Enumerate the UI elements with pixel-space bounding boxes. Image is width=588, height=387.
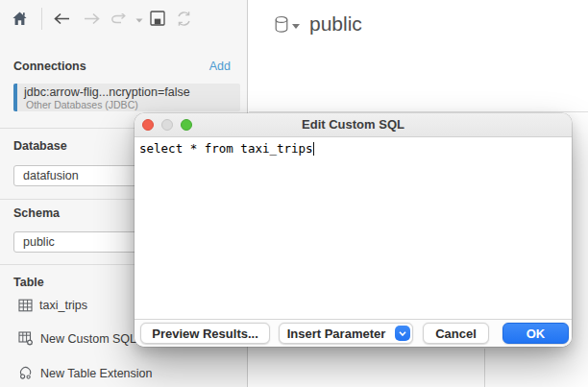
home-button[interactable] [12,11,28,27]
replay-button[interactable] [110,13,131,25]
caret-down-icon [135,18,143,23]
dialog-titlebar[interactable]: Edit Custom SQL [135,113,572,137]
grid-column-divider [484,349,485,387]
table-item-label: New Custom SQL [40,332,136,346]
refresh-icon [176,11,192,27]
custom-sql-icon [18,331,34,346]
forward-arrow-icon [83,12,101,25]
replay-loop-icon [110,13,131,25]
connection-subtitle: Other Databases (JDBC) [26,99,240,110]
database-cylinder-icon [274,15,289,36]
text-cursor [313,142,314,156]
canvas-header: public [249,0,588,112]
connection-accent-bar [13,84,17,111]
minimize-icon [161,119,173,131]
chevron-down-icon [399,331,406,336]
forward-button[interactable] [83,12,101,25]
zoom-icon[interactable] [181,119,192,131]
preview-results-button[interactable]: Preview Results... [140,323,270,344]
refresh-button[interactable] [176,11,192,27]
canvas-table-menu[interactable] [274,15,289,36]
add-connection-link[interactable]: Add [209,60,231,73]
table-item-label: New Table Extension [40,367,153,380]
edit-custom-sql-dialog: Edit Custom SQL select * from taxi_trips… [135,113,572,347]
table-item-taxi-trips[interactable]: taxi_trips [18,297,87,313]
table-label: Table [13,276,44,289]
cancel-button[interactable]: Cancel [423,323,489,344]
connection-item-jdbc[interactable]: jdbc:arrow-flig...ncryption=false Other … [13,84,240,111]
back-button[interactable] [53,12,71,25]
schema-label: Schema [13,206,60,220]
table-item-label: taxi_trips [39,299,87,312]
dialog-footer: Preview Results... Insert Parameter Canc… [135,319,572,347]
sql-text: select * from taxi_trips [139,141,313,156]
app-window: Connections Add jdbc:arrow-flig...ncrypt… [0,0,588,387]
insert-parameter-label: Insert Parameter [287,327,386,341]
traffic-lights [135,119,192,131]
canvas-table-title: public [309,12,362,36]
new-custom-sql-item[interactable]: New Custom SQL [18,330,136,347]
table-extension-icon [18,366,34,380]
database-label: Database [13,139,67,153]
connections-header: Connections Add [13,60,231,73]
connection-title: jdbc:arrow-flig...ncryption=false [24,85,240,99]
back-arrow-icon [53,12,71,25]
caret-down-icon[interactable] [292,24,300,29]
save-button[interactable] [150,11,165,26]
toolbar-separator [41,8,42,30]
home-icon [12,11,28,27]
close-icon[interactable] [142,119,154,131]
sql-text-editor[interactable]: select * from taxi_trips [135,137,572,318]
replay-dropdown-caret[interactable] [135,18,143,23]
dialog-title: Edit Custom SQL [135,113,572,136]
insert-parameter-dropdown[interactable] [395,326,410,341]
table-icon [18,299,33,312]
new-table-extension-item[interactable]: New Table Extension [18,365,153,381]
save-floppy-icon [150,11,165,26]
insert-parameter-button[interactable]: Insert Parameter [279,323,413,344]
connections-label: Connections [13,60,86,73]
ok-button[interactable]: OK [502,323,569,344]
